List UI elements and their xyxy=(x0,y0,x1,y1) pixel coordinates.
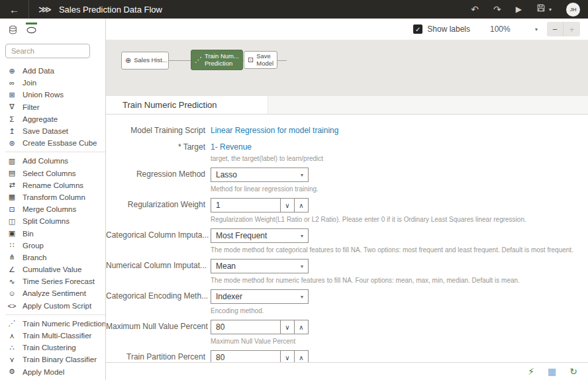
flow-node-train-numeric-prediction[interactable]: ⋰Train Num...Prediction xyxy=(191,50,243,70)
sidebar-item-train-clustering[interactable]: ∴Train Clustering xyxy=(0,342,105,354)
zoom-level-dropdown[interactable]: 100% ▾ xyxy=(490,24,538,34)
sidebar-item-merge-columns[interactable]: ⊡Merge Columns xyxy=(0,203,105,215)
target-link[interactable]: 1- Revenue xyxy=(211,140,252,152)
sidebar-item-bin[interactable]: ▣Bin xyxy=(0,227,105,239)
field-label: Maximum Null Value Percent xyxy=(106,320,205,334)
numerical-column-imputation-select[interactable]: Mean▾ xyxy=(211,259,309,273)
sidebar-item-label: Add Columns xyxy=(23,157,68,165)
avatar[interactable]: JH xyxy=(566,3,580,17)
sidebar-item-time-series-forecast[interactable]: ∿Time Series Forecast xyxy=(0,275,105,287)
sidebar-item-add-data[interactable]: ⊕Add Data xyxy=(0,65,105,77)
sidebar-item-branch[interactable]: ⋔Branch xyxy=(0,252,105,263)
create-essbase-cube-icon: ⊛ xyxy=(7,139,17,148)
form-row-categorical-column-imputation: Categorical Column Imputa...Most Frequen… xyxy=(106,228,588,254)
spinner-down-button[interactable]: ∨ xyxy=(281,350,295,362)
sidebar-item-group[interactable]: ∷Group xyxy=(0,240,105,252)
maximum-null-value-percent-control: 80∨∧ xyxy=(211,320,588,334)
sidebar-item-train-numeric-prediction[interactable]: ⋰Train Numeric Prediction xyxy=(0,318,105,330)
form-row-target: *Target1- Revenuetarget, the target(labe… xyxy=(106,140,588,162)
sidebar-item-apply-custom-script[interactable]: <>Apply Custom Script xyxy=(0,300,105,312)
train-numeric-prediction-icon: ⋰ xyxy=(195,56,202,64)
panel-footer: ⚡ ▦ ↻ xyxy=(106,362,588,380)
redo-icon[interactable]: ↷ xyxy=(493,5,501,14)
show-labels-checkbox[interactable]: ✓ xyxy=(413,24,422,34)
sidebar-item-save-dataset[interactable]: ↥Save Dataset xyxy=(0,125,105,137)
field-help-text: Method for linear regression training. xyxy=(211,185,588,193)
join-icon: ∞ xyxy=(7,79,17,87)
sidebar-item-apply-model[interactable]: ⚙Apply Model xyxy=(0,366,105,378)
chevron-down-icon: ▾ xyxy=(301,294,303,300)
merge-columns-icon: ⊡ xyxy=(7,205,17,214)
train-partition-percent-input[interactable]: 80 xyxy=(211,350,281,362)
sidebar-item-train-binary-classifier[interactable]: ⋎Train Binary Classifier xyxy=(0,354,105,365)
cumulative-value-icon: ∠ xyxy=(7,265,17,274)
sidebar-item-cumulative-value[interactable]: ∠Cumulative Value xyxy=(0,263,105,275)
sidebar-item-select-columns[interactable]: ▤Select Columns xyxy=(0,167,105,179)
form-row-train-partition-percent: Train Partition Percent80∨∧The percentag… xyxy=(106,350,588,362)
flow-node-label-line: Model xyxy=(256,60,273,67)
sidebar-item-split-columns[interactable]: ◫Split Columns xyxy=(0,215,105,227)
categorical-encoding-method-control: Indexer▾ xyxy=(211,289,588,304)
maximum-null-value-percent-input[interactable]: 80 xyxy=(211,320,281,334)
save-button[interactable]: ▾ xyxy=(536,3,552,15)
sidebar-item-rename-columns[interactable]: ⇄Rename Columns xyxy=(0,179,105,191)
sidebar-item-label: Apply Model xyxy=(23,368,64,376)
canvas-toolbar: ✓ Show labels 100% ▾ − + xyxy=(106,19,588,40)
back-button[interactable]: ← xyxy=(0,0,29,19)
tab-steps[interactable] xyxy=(26,23,37,37)
flow-node-save-model[interactable]: ⊡SaveModel xyxy=(244,51,277,69)
field-help-text: The mode method for categorical features… xyxy=(211,246,588,254)
spinner-up-button[interactable]: ∧ xyxy=(295,350,309,362)
rename-columns-icon: ⇄ xyxy=(7,181,17,189)
run-flow-icon[interactable]: ▶ xyxy=(516,5,522,13)
field-label: Model Training Script xyxy=(106,124,205,135)
sidebar-item-join[interactable]: ∞Join xyxy=(0,77,105,89)
flow-node-sales-history[interactable]: ⊕Sales Hist... xyxy=(121,52,169,70)
regularization-weight-control: 1∨∧ xyxy=(211,198,588,213)
sidebar-item-union-rows[interactable]: ⊞Union Rows xyxy=(0,89,105,101)
validate-lightning-icon[interactable]: ⚡ xyxy=(528,367,534,376)
zoom-level-value: 100% xyxy=(490,24,511,34)
tab-data[interactable] xyxy=(8,23,18,37)
split-columns-icon: ◫ xyxy=(7,217,17,226)
zoom-out-button[interactable]: − xyxy=(547,22,564,36)
regression-method-select[interactable]: Lasso▾ xyxy=(211,167,309,182)
step-panel-tab[interactable]: Train Numeric Prediction xyxy=(106,96,268,114)
categorical-encoding-method-select[interactable]: Indexer▾ xyxy=(211,289,309,304)
save-dataset-icon: ↥ xyxy=(7,127,17,136)
field-label: Categorical Column Imputa... xyxy=(106,228,205,243)
main-content: ✓ Show labels 100% ▾ − + ⊕Sales Hist...⋰… xyxy=(106,19,588,380)
refresh-icon[interactable]: ↻ xyxy=(569,367,577,376)
search-box xyxy=(5,44,100,58)
spinner-up-button[interactable]: ∧ xyxy=(295,320,309,334)
sidebar-item-aggregate[interactable]: ΣAggregate xyxy=(0,113,105,125)
spinner-up-button[interactable]: ∧ xyxy=(295,198,309,213)
sidebar-item-analyze-sentiment[interactable]: ☺Analyze Sentiment xyxy=(0,287,105,299)
sidebar-item-transform-column[interactable]: ▦Transform Column xyxy=(0,191,105,203)
regularization-weight-spinner: 1∨∧ xyxy=(211,198,309,213)
expand-panels-icon[interactable]: ⋙ xyxy=(38,4,51,15)
sidebar-item-label: Save Dataset xyxy=(23,127,68,135)
model-training-script-link[interactable]: Linear Regression for model training xyxy=(211,124,338,135)
model-training-script-control: Linear Regression for model training xyxy=(211,124,588,135)
data-preview-table-icon[interactable]: ▦ xyxy=(548,367,556,376)
sidebar-item-add-columns[interactable]: ▥Add Columns xyxy=(0,155,105,167)
sidebar-item-filter[interactable]: ∇Filter xyxy=(0,101,105,113)
apply-model-icon: ⚙ xyxy=(7,367,17,376)
sidebar-item-label: Split Columns xyxy=(23,217,70,225)
search-input[interactable] xyxy=(5,44,90,58)
sidebar-item-create-essbase-cube[interactable]: ⊛Create Essbase Cube xyxy=(0,137,105,149)
sidebar-divider xyxy=(5,152,105,152)
undo-icon[interactable]: ↶ xyxy=(471,5,479,14)
categorical-column-imputation-select[interactable]: Most Frequent▾ xyxy=(211,228,309,243)
field-label: *Target xyxy=(106,140,205,152)
chevron-down-icon: ▾ xyxy=(301,233,303,239)
flow-canvas[interactable]: ⊕Sales Hist...⋰Train Num...Prediction⊡Sa… xyxy=(106,40,588,96)
sidebar-item-train-multi-classifier[interactable]: ⋏Train Multi-Classifier xyxy=(0,330,105,342)
categorical-column-imputation-control: Most Frequent▾ xyxy=(211,228,588,243)
required-marker: * xyxy=(178,142,181,152)
zoom-in-button[interactable]: + xyxy=(564,22,580,36)
regularization-weight-input[interactable]: 1 xyxy=(211,198,281,213)
spinner-down-button[interactable]: ∨ xyxy=(281,198,295,213)
spinner-down-button[interactable]: ∨ xyxy=(281,320,295,334)
